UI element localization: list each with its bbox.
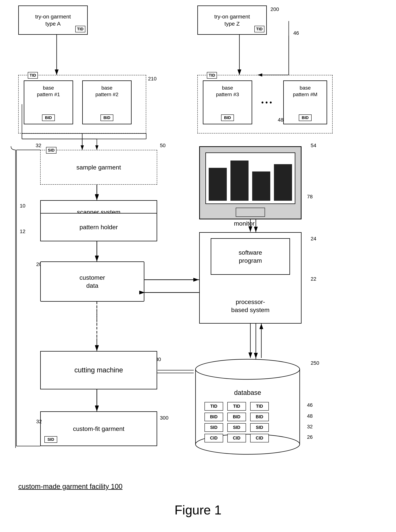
garment-type-z-label: try-on garment type Z bbox=[214, 13, 250, 27]
ref-26: 26 bbox=[307, 434, 313, 440]
ref-12: 12 bbox=[20, 228, 25, 234]
svg-point-21 bbox=[196, 359, 300, 379]
ref-32-db: 32 bbox=[307, 424, 313, 430]
ref-46-db: 46 bbox=[307, 402, 313, 408]
processor-outer-box: software program processor- based system bbox=[199, 232, 302, 324]
ref-32-scanner: 32 bbox=[36, 143, 41, 148]
garment-type-a-label: try-on garment type A bbox=[35, 13, 71, 27]
ref-78: 78 bbox=[307, 194, 313, 200]
customer-data-label: customer data bbox=[80, 274, 105, 290]
monitor-label: monitor bbox=[234, 219, 255, 228]
ref-24: 24 bbox=[311, 236, 316, 242]
ref-300: 300 bbox=[160, 415, 169, 421]
base-pattern-2-label: base pattern #2 bbox=[83, 85, 131, 98]
garment-z-tid-badge: TID bbox=[254, 26, 264, 32]
svg-text:SID: SID bbox=[256, 425, 263, 430]
garment-type-a-box: try-on garment type A TID bbox=[18, 6, 88, 35]
dots-label: • • • bbox=[261, 99, 272, 106]
svg-text:TID: TID bbox=[256, 404, 263, 409]
svg-text:BID: BID bbox=[210, 414, 217, 419]
monitor-box bbox=[199, 146, 302, 219]
right-group-tid: TID bbox=[207, 72, 217, 79]
garment-type-z-box: try-on garment type Z TID bbox=[197, 6, 267, 35]
sample-sid-badge: SID bbox=[46, 147, 57, 154]
sample-garment-box: SID sample garment bbox=[40, 150, 157, 185]
figure-caption: Figure 1 bbox=[175, 503, 221, 517]
base-pattern-3-label: base pattern #3 bbox=[203, 85, 252, 98]
left-group-tid: TID bbox=[28, 72, 38, 79]
svg-text:SID: SID bbox=[210, 425, 217, 430]
base-pattern-1-label: base pattern #1 bbox=[24, 85, 73, 98]
svg-text:CID: CID bbox=[210, 435, 217, 440]
ref-46-top: 46 bbox=[293, 30, 299, 36]
svg-text:BID: BID bbox=[256, 414, 263, 419]
database-svg: database TID TID TID BID BID BID SID SID… bbox=[194, 358, 303, 457]
diagram-container: try-on garment type A TID try-on garment… bbox=[0, 0, 396, 532]
ref-22: 22 bbox=[311, 276, 316, 282]
custom-fit-label: custom-fit garment bbox=[73, 425, 124, 433]
svg-text:CID: CID bbox=[256, 435, 263, 440]
software-program-label: software program bbox=[239, 248, 262, 264]
base-pattern-3-box: base pattern #3 BID bbox=[203, 81, 252, 124]
base-pattern-2-box: base pattern #2 BID bbox=[82, 81, 132, 124]
software-program-box: software program bbox=[211, 238, 290, 275]
sample-garment-label: sample garment bbox=[76, 163, 121, 171]
customer-data-box: customer data bbox=[40, 261, 144, 302]
svg-text:BID: BID bbox=[233, 414, 240, 419]
ref-48-db: 48 bbox=[307, 413, 313, 419]
ref-250: 250 bbox=[311, 360, 319, 366]
svg-text:database: database bbox=[234, 389, 261, 396]
svg-text:SID: SID bbox=[233, 425, 240, 430]
cutting-machine-label: cutting machine bbox=[74, 366, 123, 374]
svg-text:CID: CID bbox=[233, 435, 240, 440]
ref-32-garment: 32 bbox=[36, 419, 42, 425]
ref-210: 210 bbox=[148, 76, 157, 82]
svg-text:TID: TID bbox=[210, 404, 217, 409]
scanner-outer-box bbox=[40, 200, 157, 241]
ref-50: 50 bbox=[160, 143, 166, 148]
processor-based-label: processor- based system bbox=[200, 298, 301, 314]
svg-text:TID: TID bbox=[233, 404, 240, 409]
custom-fit-sid: SID bbox=[44, 436, 57, 443]
cutting-machine-box: cutting machine bbox=[40, 351, 157, 389]
ref-48: 48 bbox=[278, 117, 283, 123]
bpm-bid: BID bbox=[299, 114, 312, 121]
ref-10: 10 bbox=[20, 203, 25, 209]
ref-54: 54 bbox=[311, 143, 316, 148]
base-pattern-m-box: base pattern #M BID bbox=[283, 81, 327, 124]
bp3-bid: BID bbox=[221, 114, 234, 121]
garment-a-tid-badge: TID bbox=[75, 26, 85, 32]
facility-label: custom-made garment facility 100 bbox=[18, 483, 122, 491]
custom-fit-box: custom-fit garment SID bbox=[40, 411, 157, 446]
ref-200: 200 bbox=[270, 6, 279, 12]
bp1-bid: BID bbox=[42, 114, 55, 121]
base-pattern-m-label: base pattern #M bbox=[284, 85, 326, 98]
base-pattern-1-box: base pattern #1 BID bbox=[24, 81, 73, 124]
bp2-bid: BID bbox=[100, 114, 113, 121]
